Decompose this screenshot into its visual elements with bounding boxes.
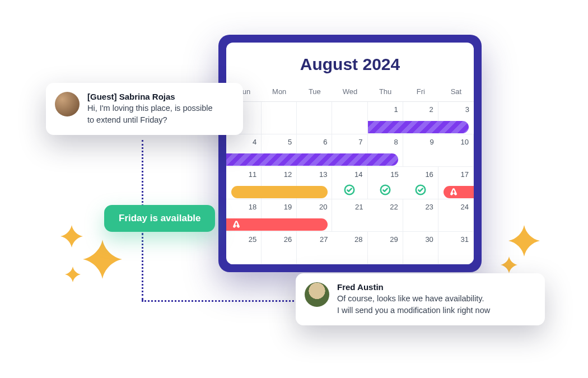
calendar-day-number: 9 <box>430 138 434 146</box>
calendar-day-number: 14 <box>354 170 362 179</box>
sparkle-icon <box>501 256 517 273</box>
calendar-title: August 2024 <box>226 43 474 84</box>
calendar-cell[interactable]: 4 <box>226 134 262 167</box>
calendar-dow: Tue <box>297 84 332 102</box>
guest-name: [Guest] Sabrina Rojas <box>87 92 213 101</box>
calendar-day-number: 6 <box>323 138 327 146</box>
calendar-cell[interactable]: 14 <box>332 167 367 199</box>
calendar-day-number: 1 <box>394 105 398 114</box>
calendar-day-number: 27 <box>320 235 328 244</box>
calendar-day-number: 7 <box>358 138 362 146</box>
calendar-dow: Fri <box>403 84 438 102</box>
calendar-cell[interactable]: 30 <box>403 232 438 264</box>
calendar-day-number: 23 <box>425 203 433 211</box>
calendar-cell[interactable]: 22 <box>368 199 403 232</box>
calendar-cell[interactable]: 11 <box>226 167 262 199</box>
calendar-cell[interactable]: 2 <box>403 102 438 134</box>
calendar-cell[interactable]: 6 <box>297 134 332 167</box>
calendar-cell[interactable]: 27 <box>297 232 332 264</box>
avatar <box>55 92 80 116</box>
calendar-dow: Thu <box>368 84 403 102</box>
calendar-card: August 2024 SunMonTueWedThuFriSat1234567… <box>218 35 482 272</box>
calendar-day-number: 18 <box>249 203 256 211</box>
calendar-day-number: 25 <box>249 235 256 244</box>
calendar-dow: Mon <box>262 84 297 102</box>
calendar-cell[interactable]: 21 <box>332 199 367 232</box>
calendar-day-number: 5 <box>288 138 292 146</box>
avatar <box>305 282 329 307</box>
calendar-day-number: 24 <box>461 203 469 211</box>
calendar-cell[interactable] <box>297 102 332 134</box>
guest-message: Hi, I'm loving this place, is possible t… <box>87 102 213 126</box>
calendar-day-number: 21 <box>355 203 363 211</box>
calendar-cell[interactable]: 17 <box>438 167 474 199</box>
availability-pill: Friday is available <box>104 205 215 232</box>
calendar-cell[interactable]: 7 <box>332 134 367 167</box>
sparkle-icon <box>508 225 540 256</box>
calendar-cell[interactable]: 8 <box>368 134 403 167</box>
available-check-icon <box>414 184 427 196</box>
sparkle-icon <box>65 267 81 282</box>
calendar-cell[interactable]: 31 <box>438 232 474 264</box>
calendar-day-number: 10 <box>461 138 469 146</box>
available-check-icon <box>343 184 356 196</box>
calendar-day-number: 12 <box>284 170 292 179</box>
host-name: Fred Austin <box>337 282 490 292</box>
calendar-dow: Sat <box>438 84 474 102</box>
calendar-cell[interactable]: 12 <box>262 167 297 199</box>
calendar-cell[interactable]: 24 <box>438 199 474 232</box>
calendar-day-number: 2 <box>430 105 433 114</box>
calendar-cell[interactable]: 5 <box>262 134 297 167</box>
calendar-cell[interactable]: 20 <box>297 199 332 232</box>
calendar-cell[interactable]: 16 <box>403 167 438 199</box>
calendar-cell[interactable]: 19 <box>262 199 297 232</box>
calendar-cell[interactable]: 28 <box>332 232 367 264</box>
calendar-cell[interactable]: 18 <box>226 199 262 232</box>
calendar-cell[interactable]: 13 <box>297 167 332 199</box>
connector-line <box>142 233 143 300</box>
calendar-day-number: 31 <box>461 235 469 244</box>
calendar-grid: SunMonTueWedThuFriSat1234567891011121314… <box>226 84 474 264</box>
calendar-day-number: 8 <box>394 138 398 146</box>
calendar-cell[interactable] <box>262 102 297 134</box>
calendar-cell[interactable]: 9 <box>403 134 438 167</box>
calendar-dow: Wed <box>332 84 367 102</box>
calendar-cell[interactable] <box>332 102 367 134</box>
connector-line <box>142 140 143 206</box>
calendar-day-number: 28 <box>354 235 362 244</box>
calendar-cell[interactable]: 10 <box>438 134 474 167</box>
sparkle-icon <box>60 225 83 248</box>
available-check-icon <box>379 184 391 196</box>
calendar-day-number: 11 <box>249 170 256 179</box>
calendar-day-number: 13 <box>319 170 327 179</box>
calendar-cell[interactable]: 25 <box>226 232 262 264</box>
guest-message-card: [Guest] Sabrina Rojas Hi, I'm loving thi… <box>46 83 243 135</box>
calendar-day-number: 15 <box>390 170 398 179</box>
calendar-cell[interactable]: 3 <box>438 102 474 134</box>
calendar-cell[interactable]: 26 <box>262 232 297 264</box>
sparkle-icon <box>83 240 122 279</box>
calendar-cell[interactable]: 15 <box>368 167 403 199</box>
calendar-day-number: 22 <box>390 203 398 211</box>
host-message: Of course, looks like we have availabili… <box>337 293 490 316</box>
calendar-day-number: 20 <box>319 203 327 211</box>
host-message-card: Fred Austin Of course, looks like we hav… <box>296 273 545 325</box>
calendar-day-number: 30 <box>425 235 433 244</box>
calendar-cell[interactable]: 23 <box>403 199 438 232</box>
calendar-day-number: 19 <box>284 203 292 211</box>
calendar-cell[interactable]: 29 <box>368 232 403 264</box>
calendar-day-number: 17 <box>461 170 469 179</box>
calendar-cell[interactable]: 1 <box>368 102 403 134</box>
calendar-day-number: 16 <box>425 170 433 179</box>
calendar-day-number: 3 <box>465 105 469 114</box>
calendar-day-number: 26 <box>284 235 292 244</box>
calendar-day-number: 29 <box>390 235 398 244</box>
connector-line <box>142 300 297 302</box>
calendar-day-number: 4 <box>253 138 256 146</box>
